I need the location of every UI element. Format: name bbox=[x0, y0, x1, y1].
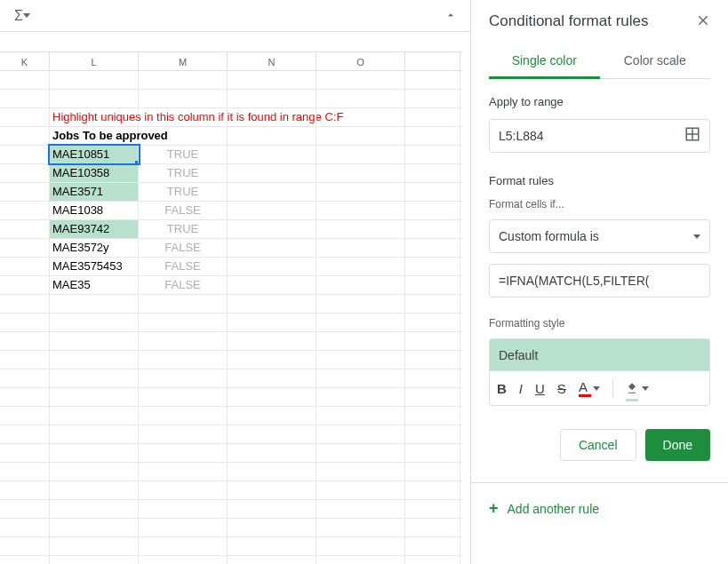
add-rule-button[interactable]: + Add another rule bbox=[489, 499, 710, 518]
table-row[interactable] bbox=[0, 388, 462, 407]
table-row[interactable]: Jobs To be approved bbox=[0, 127, 462, 146]
table-row[interactable] bbox=[0, 332, 462, 351]
style-label: Formatting style bbox=[489, 317, 710, 330]
col-header[interactable]: M bbox=[139, 52, 228, 70]
conditional-format-panel: Conditional format rules Single color Co… bbox=[470, 0, 728, 564]
range-input-box[interactable] bbox=[489, 119, 710, 153]
table-row[interactable]: MAE3571TRUE bbox=[0, 183, 462, 202]
table-row[interactable] bbox=[0, 425, 462, 444]
style-toolbar: B I U S A bbox=[489, 370, 710, 406]
sigma-icon: Σ bbox=[14, 8, 23, 24]
strikethrough-button[interactable]: S bbox=[557, 381, 566, 396]
table-row[interactable]: Highlight uniques in this column if it i… bbox=[0, 108, 462, 127]
close-icon bbox=[696, 13, 710, 28]
bold-button[interactable]: B bbox=[497, 381, 507, 396]
col-header[interactable] bbox=[405, 52, 460, 70]
table-row[interactable]: MAE10358TRUE bbox=[0, 164, 462, 183]
plus-icon: + bbox=[489, 499, 499, 518]
condition-value: Custom formula is bbox=[499, 229, 599, 243]
table-row[interactable]: MAE35FALSE bbox=[0, 276, 462, 295]
separator bbox=[612, 379, 613, 397]
table-row[interactable] bbox=[0, 481, 462, 500]
table-row[interactable] bbox=[0, 314, 462, 332]
spreadsheet[interactable]: K L M N O Highlight uniques in this colu… bbox=[0, 52, 462, 564]
table-row[interactable] bbox=[0, 556, 462, 564]
panel-title: Conditional format rules bbox=[489, 12, 649, 30]
table-row[interactable]: MAE1038FALSE bbox=[0, 202, 462, 220]
tab-single-color[interactable]: Single color bbox=[489, 46, 600, 79]
condition-select[interactable]: Custom formula is bbox=[489, 219, 710, 253]
formula-input-box[interactable] bbox=[489, 264, 710, 298]
table-row[interactable] bbox=[0, 463, 462, 481]
chevron-down-icon bbox=[693, 234, 700, 239]
functions-sigma-button[interactable]: Σ bbox=[9, 4, 36, 28]
table-row[interactable] bbox=[0, 90, 462, 108]
chevron-down-icon bbox=[23, 13, 30, 18]
table-row[interactable] bbox=[0, 351, 462, 369]
fill-icon bbox=[626, 382, 638, 394]
chevron-down-icon bbox=[642, 386, 649, 391]
col-header[interactable]: O bbox=[316, 52, 405, 70]
table-row[interactable]: MAE3572yFALSE bbox=[0, 239, 462, 258]
cells-if-label: Format cells if... bbox=[489, 198, 710, 211]
apply-range-label: Apply to range bbox=[489, 95, 710, 108]
rows: Highlight uniques in this column if it i… bbox=[0, 71, 462, 564]
table-row[interactable] bbox=[0, 407, 462, 425]
formula-input[interactable] bbox=[499, 274, 700, 288]
chevron-down-icon bbox=[593, 386, 600, 391]
tab-color-scale[interactable]: Color scale bbox=[600, 46, 711, 78]
table-row[interactable]: MAE3575453FALSE bbox=[0, 258, 462, 276]
style-preview[interactable]: Default bbox=[489, 338, 710, 370]
table-row[interactable] bbox=[0, 537, 462, 556]
table-row[interactable] bbox=[0, 71, 462, 90]
panel-actions: Cancel Done bbox=[489, 429, 710, 461]
chevron-up-icon bbox=[444, 9, 457, 21]
text-color-button[interactable]: A bbox=[579, 379, 600, 397]
col-header[interactable]: N bbox=[228, 52, 316, 70]
table-row[interactable]: MAE93742TRUE bbox=[0, 220, 462, 239]
add-rule-label: Add another rule bbox=[508, 502, 600, 516]
col-header[interactable]: K bbox=[0, 52, 50, 70]
fill-color-button[interactable] bbox=[626, 381, 649, 396]
col-header[interactable]: L bbox=[50, 52, 139, 70]
close-button[interactable] bbox=[696, 13, 710, 30]
table-row[interactable]: MAE10851TRUE bbox=[0, 146, 462, 164]
collapse-panel-button[interactable] bbox=[444, 9, 457, 25]
table-row[interactable] bbox=[0, 500, 462, 519]
italic-button[interactable]: I bbox=[519, 381, 523, 396]
column-headers: K L M N O bbox=[0, 52, 462, 71]
table-row[interactable] bbox=[0, 444, 462, 463]
table-row[interactable] bbox=[0, 369, 462, 388]
range-input[interactable] bbox=[499, 129, 684, 143]
divider bbox=[471, 482, 728, 483]
select-range-icon[interactable] bbox=[684, 126, 700, 146]
panel-tabs: Single color Color scale bbox=[489, 46, 710, 79]
table-row[interactable] bbox=[0, 295, 462, 314]
table-row[interactable] bbox=[0, 519, 462, 537]
underline-button[interactable]: U bbox=[535, 381, 545, 396]
format-rules-label: Format rules bbox=[489, 174, 710, 187]
cancel-button[interactable]: Cancel bbox=[560, 429, 636, 461]
done-button[interactable]: Done bbox=[645, 429, 710, 461]
